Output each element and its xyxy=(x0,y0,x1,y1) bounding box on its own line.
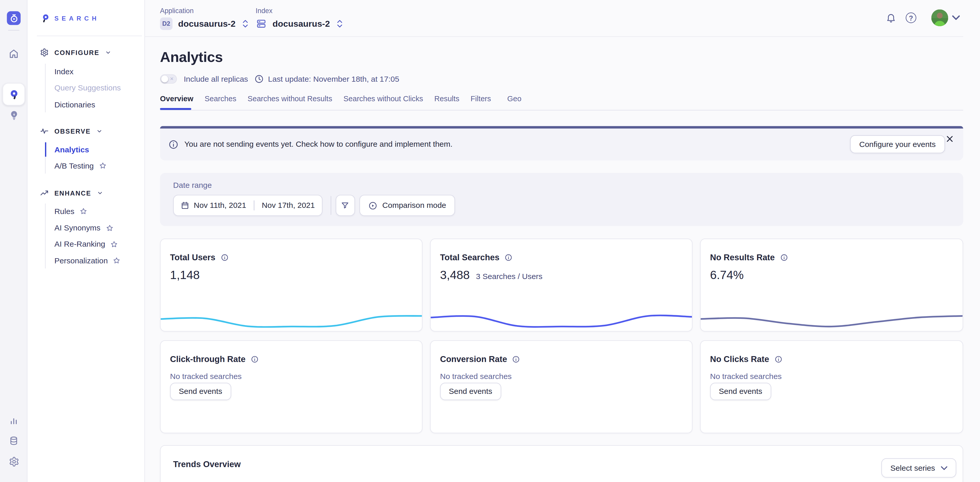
info-icon[interactable] xyxy=(504,254,512,262)
star-icon xyxy=(99,162,107,170)
metric-value: 3,488 xyxy=(440,268,470,282)
filter-button[interactable] xyxy=(336,195,355,216)
send-events-button[interactable]: Send events xyxy=(710,383,771,400)
card-title: No Clicks Rate xyxy=(710,355,769,364)
section-label: CONFIGURE xyxy=(54,49,99,56)
sort-carets-icon xyxy=(337,20,342,27)
card-title: Total Searches xyxy=(440,253,500,262)
settings-button[interactable] xyxy=(0,456,27,467)
funnel-icon xyxy=(341,201,350,210)
close-icon xyxy=(946,135,953,142)
recommend-button[interactable] xyxy=(0,110,27,121)
monitoring-button[interactable] xyxy=(0,416,27,426)
account-menu-button[interactable] xyxy=(952,15,960,21)
info-icon[interactable] xyxy=(220,254,229,262)
section-configure[interactable]: CONFIGURE xyxy=(40,48,111,57)
tabs-underline xyxy=(160,109,963,111)
header-divider xyxy=(145,36,963,37)
search-nav-button[interactable] xyxy=(3,83,25,105)
section-enhance[interactable]: ENHANCE xyxy=(40,188,103,197)
tab-filters[interactable]: Filters xyxy=(471,94,491,103)
help-button[interactable] xyxy=(906,13,916,23)
info-icon[interactable] xyxy=(780,254,788,262)
date-range-label: Date range xyxy=(173,181,212,190)
send-events-button[interactable]: Send events xyxy=(440,383,501,400)
section-observe[interactable]: OBSERVE xyxy=(40,127,103,135)
stopwatch-icon xyxy=(9,13,18,22)
avatar-photo xyxy=(931,9,948,26)
no-results-sparkline xyxy=(701,303,963,328)
rail-divider xyxy=(8,30,19,30)
application-name: docusaurus-2 xyxy=(178,19,235,29)
tab-searches[interactable]: Searches xyxy=(205,94,236,103)
analytics-tabs: Overview Searches Searches without Resul… xyxy=(160,94,521,103)
date-range-picker[interactable]: Nov 11th, 2021 Nov 17th, 2021 xyxy=(173,195,322,216)
section-label: ENHANCE xyxy=(54,189,91,196)
application-label: Application xyxy=(160,7,194,14)
toggle-off-icon xyxy=(170,76,173,82)
product-logo-button[interactable] xyxy=(7,11,21,25)
banner-message: You are not sending events yet. Check ho… xyxy=(185,140,452,149)
chevron-down-icon xyxy=(97,128,103,134)
info-icon[interactable] xyxy=(774,355,783,363)
chevron-down-icon xyxy=(952,15,960,21)
search-product-logo[interactable]: SEARCH xyxy=(42,14,100,23)
sidebar-item-ai-synonyms[interactable]: AI Synonyms xyxy=(54,224,113,232)
activity-icon xyxy=(40,127,49,135)
index-label: Index xyxy=(256,7,272,14)
index-icon xyxy=(256,18,267,29)
tab-searches-without-clicks[interactable]: Searches without Clicks xyxy=(344,94,423,103)
gear-icon xyxy=(8,456,19,467)
star-icon xyxy=(110,240,118,248)
sidebar-divider xyxy=(37,36,142,36)
total-searches-sparkline xyxy=(431,303,692,328)
card-title: Total Users xyxy=(170,253,215,262)
app: SEARCH CONFIGURE Index Query Suggestions… xyxy=(0,0,980,482)
card-title: Conversion Rate xyxy=(440,355,507,364)
date-separator xyxy=(254,200,254,211)
page-title: Analytics xyxy=(160,49,223,66)
include-replicas-toggle[interactable] xyxy=(160,74,177,84)
tab-overview[interactable]: Overview xyxy=(160,94,193,103)
last-update-text: Last update: November 18th, at 17:05 xyxy=(268,75,399,83)
toolbar-divider xyxy=(331,196,331,215)
notifications-button[interactable] xyxy=(886,13,896,23)
bell-icon xyxy=(886,13,896,23)
sidebar-item-index[interactable]: Index xyxy=(54,67,73,76)
tab-geo[interactable]: Geo xyxy=(507,94,521,103)
sidebar-item-ai-re-ranking[interactable]: AI Re-Ranking xyxy=(54,240,118,249)
sidebar-item-analytics[interactable]: Analytics xyxy=(54,145,89,154)
total-searches-card: Total Searches 3,488 3 Searches / Users xyxy=(430,238,693,331)
click-through-rate-card: Click-through Rate No tracked searches S… xyxy=(160,340,423,433)
avatar[interactable] xyxy=(931,9,948,26)
sidebar-item-dictionaries[interactable]: Dictionaries xyxy=(54,100,95,109)
date-range-panel: Date range Nov 11th, 2021 Nov 17th, 2021… xyxy=(160,173,963,226)
metric-value: 1,148 xyxy=(170,268,200,282)
total-users-card: Total Users 1,148 xyxy=(160,238,423,331)
chevron-down-icon xyxy=(97,190,103,196)
tab-searches-without-results[interactable]: Searches without Results xyxy=(247,94,332,103)
index-selector[interactable]: docusaurus-2 xyxy=(256,17,342,30)
home-button[interactable] xyxy=(0,48,27,59)
select-series-button[interactable]: Select series xyxy=(881,458,956,478)
info-icon[interactable] xyxy=(251,355,259,363)
data-button[interactable] xyxy=(0,436,27,446)
send-events-button[interactable]: Send events xyxy=(170,383,231,400)
close-banner-button[interactable] xyxy=(946,135,953,142)
toggle-label: Include all replicas xyxy=(184,75,248,83)
search-logo-icon xyxy=(42,14,49,23)
comparison-mode-button[interactable]: Comparison mode xyxy=(359,195,455,216)
sidebar-item-rules[interactable]: Rules xyxy=(54,207,88,216)
application-badge: D2 xyxy=(160,17,173,30)
tab-results[interactable]: Results xyxy=(434,94,460,103)
configure-events-button[interactable]: Configure your events xyxy=(850,135,945,154)
application-selector[interactable]: D2 docusaurus-2 xyxy=(160,17,248,30)
sidebar-item-query-suggestions[interactable]: Query Suggestions xyxy=(54,84,121,92)
sidebar-item-personalization[interactable]: Personalization xyxy=(54,257,121,265)
clock-icon xyxy=(255,74,264,84)
metric-value: 6.74% xyxy=(710,268,744,282)
info-icon[interactable] xyxy=(512,355,520,363)
sidebar-item-ab-testing[interactable]: A/B Testing xyxy=(54,161,107,170)
gear-icon xyxy=(40,48,49,57)
star-icon xyxy=(80,207,88,216)
